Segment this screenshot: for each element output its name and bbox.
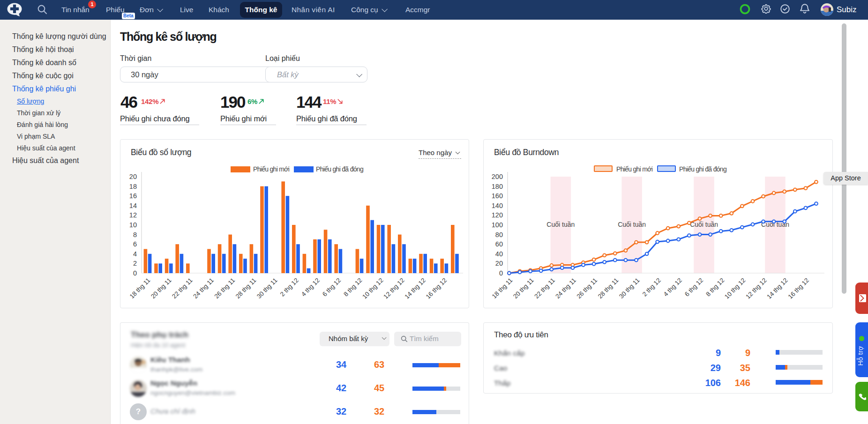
svg-text:0: 0 [499,269,503,277]
svg-text:8 thg 12: 8 thg 12 [342,277,363,298]
svg-text:6 thg 12: 6 thg 12 [683,277,704,298]
svg-text:6 thg 12: 6 thg 12 [321,277,342,298]
svg-text:16: 16 [129,192,137,200]
svg-text:200: 200 [492,173,503,180]
svg-text:Cuối tuần: Cuối tuần [618,221,646,228]
svg-text:30 thg 11: 30 thg 11 [255,277,279,300]
svg-text:20 thg 11: 20 thg 11 [150,277,173,300]
svg-text:24 thg 11: 24 thg 11 [192,277,215,300]
svg-text:60: 60 [495,240,503,248]
svg-text:10 thg 12: 10 thg 12 [361,277,384,300]
svg-text:8: 8 [133,231,137,238]
svg-text:20: 20 [129,173,137,180]
svg-text:18: 18 [129,183,137,190]
svg-text:14 thg 12: 14 thg 12 [765,277,789,300]
svg-text:6: 6 [133,240,137,248]
svg-text:2: 2 [133,260,137,267]
svg-text:8 thg 12: 8 thg 12 [704,277,726,298]
svg-text:28 thg 11: 28 thg 11 [234,277,258,300]
svg-text:24 thg 11: 24 thg 11 [554,277,577,300]
svg-text:120: 120 [492,211,503,219]
svg-text:0: 0 [133,269,137,277]
svg-text:18 thg 11: 18 thg 11 [491,277,514,300]
svg-text:Cuối tuần: Cuối tuần [546,221,575,228]
svg-text:14: 14 [129,202,137,209]
svg-text:12: 12 [129,211,137,219]
svg-text:4 thg 12: 4 thg 12 [300,277,321,298]
svg-text:20 thg 11: 20 thg 11 [512,277,535,300]
svg-text:16 thg 12: 16 thg 12 [787,277,810,300]
svg-text:2 thg 12: 2 thg 12 [279,277,300,298]
svg-text:12 thg 12: 12 thg 12 [382,277,405,300]
svg-text:2 thg 12: 2 thg 12 [641,277,662,298]
svg-text:80: 80 [495,231,503,238]
svg-text:26 thg 11: 26 thg 11 [213,277,237,300]
svg-text:28 thg 11: 28 thg 11 [597,277,620,300]
svg-text:40: 40 [495,250,503,258]
svg-text:4 thg 12: 4 thg 12 [662,277,683,298]
svg-text:16 thg 12: 16 thg 12 [425,277,448,300]
svg-text:Cuối tuần: Cuối tuần [690,221,718,228]
svg-text:10 thg 12: 10 thg 12 [723,277,747,300]
svg-text:20: 20 [495,260,503,267]
svg-text:30 thg 11: 30 thg 11 [618,277,641,300]
svg-text:100: 100 [492,221,503,229]
svg-text:22 thg 11: 22 thg 11 [171,277,194,300]
svg-text:4: 4 [133,250,137,258]
svg-text:10: 10 [129,221,137,229]
svg-text:14 thg 12: 14 thg 12 [404,277,427,300]
svg-text:26 thg 11: 26 thg 11 [576,277,599,300]
svg-text:12 thg 12: 12 thg 12 [744,277,768,300]
svg-text:22 thg 11: 22 thg 11 [533,277,556,300]
svg-text:180: 180 [492,183,503,190]
svg-text:160: 160 [492,192,503,200]
svg-text:140: 140 [492,202,503,209]
svg-text:18 thg 11: 18 thg 11 [128,277,152,300]
